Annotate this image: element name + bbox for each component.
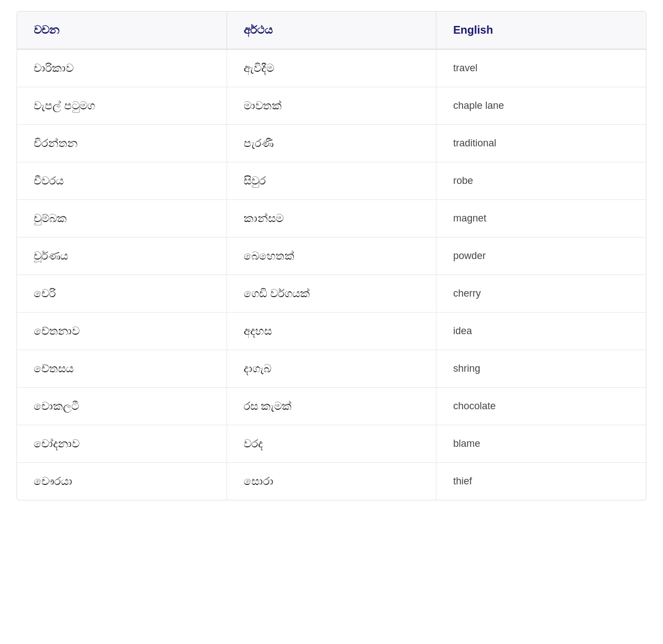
cell-meaning: ඇවිදීම [227, 49, 436, 87]
cell-english: traditional [436, 125, 646, 162]
col-meaning-header: අර්ථය [227, 12, 436, 49]
table-row: වැපල් පටුමගමාවතක්chaple lane [17, 87, 646, 125]
cell-word: චාරිකාව [17, 49, 227, 87]
cell-meaning: බෙහෙතක් [227, 237, 436, 275]
cell-meaning: කාන්සම [227, 200, 436, 237]
cell-word: චේතසය [17, 350, 227, 388]
table-row: චුම්බකකාන්සමmagnet [17, 200, 646, 237]
cell-word: චිරන්තන [17, 125, 227, 162]
cell-word: චේතනාව [17, 313, 227, 350]
cell-word: චෞරයා [17, 463, 227, 500]
cell-meaning: අදහස [227, 313, 436, 350]
cell-meaning: රස කැමක් [227, 388, 436, 425]
cell-meaning: සිවුර [227, 162, 436, 200]
table-header-row: වචන අර්ථය English [17, 12, 646, 49]
cell-word: චීවරය [17, 162, 227, 200]
vocabulary-table: වචන අර්ථය English චාරිකාවඇවිදීමtravelවැප… [17, 12, 646, 500]
cell-english: idea [436, 313, 646, 350]
cell-english: robe [436, 162, 646, 200]
cell-word: වැපල් පටුමග [17, 87, 227, 125]
cell-meaning: වරද [227, 425, 436, 463]
table-row: චොකලටීරස කැමක්chocolate [17, 388, 646, 425]
cell-word: චෝදනාව [17, 425, 227, 463]
col-english-header: English [436, 12, 646, 49]
cell-meaning: මාවතක් [227, 87, 436, 125]
cell-english: powder [436, 237, 646, 275]
table-row: චෝදනාවවරදblame [17, 425, 646, 463]
table-row: චෙරිගෙඩි වර්ගයක්cherry [17, 275, 646, 313]
table-row: චේතසයදාගැබshring [17, 350, 646, 388]
cell-word: චූර්ණය [17, 237, 227, 275]
table-row: චේතනාවඅදහසidea [17, 313, 646, 350]
cell-meaning: ගෙඩි වර්ගයක් [227, 275, 436, 313]
cell-word: චෙරි [17, 275, 227, 313]
cell-english: shring [436, 350, 646, 388]
table-row: චිරන්තනපැරණීtraditional [17, 125, 646, 162]
cell-english: thief [436, 463, 646, 500]
main-table-container: වචන අර්ථය English චාරිකාවඇවිදීමtravelවැප… [17, 11, 646, 500]
table-row: චෞරයාසොරාthief [17, 463, 646, 500]
cell-english: magnet [436, 200, 646, 237]
col-word-header: වචන [17, 12, 227, 49]
cell-english: chaple lane [436, 87, 646, 125]
cell-english: chocolate [436, 388, 646, 425]
cell-meaning: පැරණී [227, 125, 436, 162]
cell-english: blame [436, 425, 646, 463]
table-row: චූර්ණයබෙහෙතක්powder [17, 237, 646, 275]
cell-meaning: සොරා [227, 463, 436, 500]
cell-english: cherry [436, 275, 646, 313]
cell-word: චොකලටී [17, 388, 227, 425]
table-row: චීවරයසිවුරrobe [17, 162, 646, 200]
cell-word: චුම්බක [17, 200, 227, 237]
cell-english: travel [436, 49, 646, 87]
table-row: චාරිකාවඇවිදීමtravel [17, 49, 646, 87]
cell-meaning: දාගැබ [227, 350, 436, 388]
